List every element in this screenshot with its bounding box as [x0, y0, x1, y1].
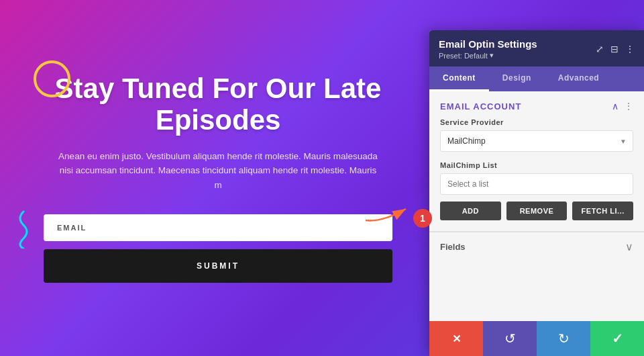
- more-icon[interactable]: ⋮: [625, 44, 635, 54]
- step-badge: 1: [413, 209, 432, 228]
- panel-title: Email Optin Settings: [439, 38, 537, 50]
- panel-header: Email Optin Settings Preset: Default ▾ ⤢…: [429, 30, 644, 66]
- service-provider-select[interactable]: MailChimp AWeber ActiveCampaign: [440, 130, 633, 152]
- section-title-email-account: Email Account: [440, 101, 521, 112]
- tab-design[interactable]: Design: [489, 66, 545, 91]
- squiggle-decoration: [13, 208, 34, 249]
- tab-advanced[interactable]: Advanced: [545, 66, 612, 91]
- preset-label: Preset: Default: [439, 52, 488, 60]
- columns-icon[interactable]: ⊟: [610, 44, 619, 54]
- panel-preset[interactable]: Preset: Default ▾: [439, 51, 537, 60]
- email-account-section: Email Account ∧ ⋮: [429, 91, 644, 118]
- mailchimp-list-label: MailChimp List: [429, 161, 644, 173]
- list-buttons: ADD REMOVE FETCH LI...: [429, 202, 644, 231]
- service-provider-label: Service Provider: [440, 118, 633, 126]
- section-more-icon[interactable]: ⋮: [624, 101, 633, 112]
- panel-tabs: Content Design Advanced: [429, 66, 644, 91]
- remove-button[interactable]: REMOVE: [506, 202, 568, 220]
- fetch-list-button[interactable]: FETCH LI...: [572, 202, 633, 220]
- preset-chevron-icon: ▾: [490, 51, 494, 60]
- hero-title: Stay Tuned For Our Late Episodes: [40, 73, 396, 135]
- confirm-icon: ✓: [612, 330, 623, 347]
- redo-button[interactable]: ↻: [537, 321, 590, 356]
- email-input-wrapper: EMAIL: [44, 214, 392, 241]
- fields-label: Fields: [440, 242, 466, 252]
- submit-button[interactable]: SUBMIT: [44, 249, 392, 283]
- bottom-bar: ✕ ↺ ↻ ✓: [429, 321, 644, 356]
- redo-icon: ↻: [558, 330, 570, 347]
- left-content: Stay Tuned For Our Late Episodes Anean e…: [0, 0, 436, 356]
- fields-section[interactable]: Fields ∨: [429, 232, 644, 261]
- confirm-button[interactable]: ✓: [590, 321, 644, 356]
- tab-content[interactable]: Content: [429, 66, 489, 91]
- arrow-indicator: [362, 204, 416, 226]
- undo-button[interactable]: ↺: [483, 321, 537, 356]
- undo-icon: ↺: [504, 330, 516, 347]
- service-provider-select-wrapper: MailChimp AWeber ActiveCampaign ▼: [440, 130, 633, 152]
- fields-expand-icon[interactable]: ∨: [625, 240, 633, 253]
- panel-body: Email Account ∧ ⋮ Service Provider MailC…: [429, 91, 644, 321]
- settings-panel: Email Optin Settings Preset: Default ▾ ⤢…: [429, 30, 644, 356]
- circle-decoration: [34, 60, 70, 97]
- panel-title-group: Email Optin Settings Preset: Default ▾: [439, 38, 537, 60]
- panel-header-icons: ⤢ ⊟ ⋮: [596, 44, 635, 54]
- close-icon: ✕: [452, 332, 461, 345]
- email-form: EMAIL SUBMIT: [44, 214, 392, 283]
- service-provider-group: Service Provider MailChimp AWeber Active…: [429, 118, 644, 161]
- hero-subtitle: Anean eu enim justo. Vestibulum aliquam …: [57, 149, 379, 193]
- email-label: EMAIL: [57, 224, 87, 232]
- add-button[interactable]: ADD: [440, 202, 501, 220]
- list-select-input[interactable]: [440, 173, 633, 195]
- resize-icon[interactable]: ⤢: [596, 44, 604, 54]
- close-button[interactable]: ✕: [429, 321, 483, 356]
- section-collapse-icon[interactable]: ∧: [612, 101, 619, 112]
- section-icons: ∧ ⋮: [612, 101, 633, 112]
